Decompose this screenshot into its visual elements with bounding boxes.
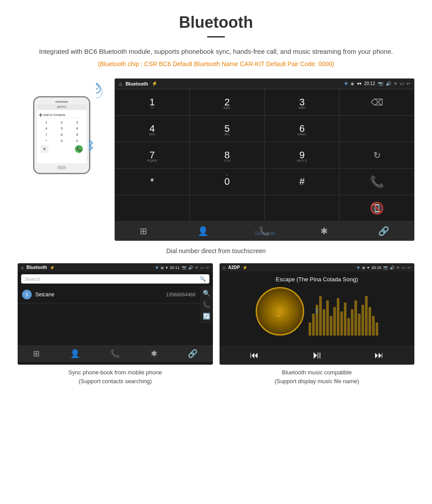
pb-back-icon[interactable]: ↩ [206,265,209,270]
next-button[interactable]: ⏭ [375,350,384,360]
ms-vol-icon[interactable]: 🔊 [390,265,395,270]
pb-vol-icon[interactable]: 🔊 [188,265,193,270]
wifi-signal-icon: ▾▾ [357,81,361,86]
nav-bt-icon[interactable]: ✱ [320,226,328,236]
pb-nav-bt[interactable]: ✱ [151,349,157,358]
screen-title: Bluetooth [126,81,148,86]
ms-bt-icon: ✱ [357,265,360,270]
pb-time: 20:11 [170,265,180,270]
dial-call-red[interactable]: 📵 [339,195,414,221]
pb-home-icon[interactable]: ⌂ [21,265,24,270]
ms-window-icon[interactable]: ▭ [402,265,406,270]
dial-key-7[interactable]: 7 PQRS [115,142,190,168]
pb-wifi-icon: ▾ [166,265,168,270]
ms-home-icon[interactable]: ⌂ [223,265,226,270]
nav-call-icon[interactable]: 📞 [259,226,270,236]
phone-area: MOTO ➕ Add to Contacts 1 2 3 4 5 6 7 8 9 [18,78,106,164]
pb-window-icon[interactable]: ▭ [200,265,204,270]
nav-link-icon[interactable]: 🔗 [378,226,389,236]
dial-key-8[interactable]: 8 TUV [190,142,264,168]
pb-nav-call[interactable]: 📞 [110,349,120,358]
music-controls: ⏮ ⏯ ⏭ [220,345,415,365]
search-placeholder: Search [25,276,40,282]
phonebook-screen: ⌂ Bluetooth ⚡ ✱ ◉ ▾ 20:11 📷 🔊 ✕ ▭ ↩ [18,263,213,365]
pb-nav-person[interactable]: 👤 [70,349,80,358]
prev-button[interactable]: ⏮ [250,350,259,360]
dial-key-2[interactable]: 2 ABC [190,89,264,116]
dial-key-9[interactable]: 9 WXYZ [264,142,339,168]
dial-key-6[interactable]: 6 MNO [264,116,339,142]
right-refresh-icon[interactable]: 🔄 [203,313,210,320]
top-section: MOTO ➕ Add to Contacts 1 2 3 4 5 6 7 8 9 [18,78,414,241]
play-pause-button[interactable]: ⏯ [312,349,322,361]
ms-usb-icon: ⚡ [242,265,247,270]
dial-empty-3 [190,195,264,221]
ms-time: 20:15 [371,265,381,270]
ms-wifi-icon: ▾ [367,265,369,270]
dial-key-5[interactable]: 5 JKL [190,116,264,142]
phonebook-bottom-nav: ⊞ 👤 📞 ✱ 🔗 [18,345,213,362]
album-art: ♪ ᛒ [256,287,304,336]
music-panel: ⌂ A2DP ⚡ ✱ ◉ ▾ 20:15 📷 🔊 ✕ ▭ ↩ [220,263,415,385]
ms-camera-icon: 📷 [383,265,388,270]
dial-key-0[interactable]: 0 + [190,168,264,195]
phonebook-caption: Sync phone-book from mobile phone(Suppor… [18,368,213,385]
contact-number: 13566664466 [166,292,195,297]
search-icon: 🔍 [200,276,206,282]
ms-title: A2DP [228,265,240,270]
dial-call-green[interactable]: 📞 [339,168,414,195]
right-call-icon[interactable]: 📞 [203,301,210,308]
dial-empty-2 [115,195,190,221]
pb-close-icon[interactable]: ✕ [195,265,198,270]
bottom-panels: ⌂ Bluetooth ⚡ ✱ ◉ ▾ 20:11 📷 🔊 ✕ ▭ ↩ [18,263,414,385]
dial-key-1[interactable]: 1 ∞ [115,89,190,116]
page-title: Bluetooth [18,13,414,32]
dial-screen: ⌂ Bluetooth ⚡ ✱ ◉ ▾▾ 20:12 📷 🔊 ✕ ▭ ↩ 1 ∞ [115,78,414,241]
location-icon: ◉ [350,81,354,86]
nav-grid-icon[interactable]: ⊞ [140,226,147,236]
dial-empty-4 [264,195,339,221]
music-note-icon: ♪ [276,302,284,321]
pb-nav-link[interactable]: 🔗 [188,349,197,358]
contact-list: S Seicane 13566664466 🔍 📞 🔄 [18,286,213,323]
dial-key-hash[interactable]: # [264,168,339,195]
time-display: 20:12 [364,81,375,86]
ms-back-icon[interactable]: ↩ [407,265,411,270]
camera-icon: 📷 [378,81,383,86]
music-main-area: Escape (The Pina Colada Song) ♪ ᛒ [220,272,415,340]
back-icon[interactable]: ↩ [406,81,410,86]
dial-key-3[interactable]: 3 DEF [264,89,339,116]
pb-bt-icon: ✱ [155,265,159,270]
music-screen: ⌂ A2DP ⚡ ✱ ◉ ▾ 20:15 📷 🔊 ✕ ▭ ↩ [220,263,415,365]
volume-icon[interactable]: 🔊 [386,81,391,86]
dial-refresh[interactable]: ↻ [339,142,414,168]
close-icon[interactable]: ✕ [394,81,397,86]
specs-text: (Bluetooth chip : CSR BC6 Default Blueto… [18,60,414,67]
usb-icon: ⚡ [152,81,158,86]
dial-key-4[interactable]: 4 GHI [115,116,190,142]
dial-key-star[interactable]: * [115,168,190,195]
phonebook-status-bar: ⌂ Bluetooth ⚡ ✱ ◉ ▾ 20:11 📷 🔊 ✕ ▭ ↩ [18,263,213,272]
phonebook-panel: ⌂ Bluetooth ⚡ ✱ ◉ ▾ 20:11 📷 🔊 ✕ ▭ ↩ [18,263,213,385]
music-caption: Bluetooth music compatible(Support displ… [220,368,415,385]
window-icon[interactable]: ▭ [400,81,404,86]
pb-camera-icon: 📷 [182,265,186,270]
list-item[interactable]: S Seicane 13566664466 [18,286,200,303]
search-bar[interactable]: Search 🔍 [21,274,209,284]
right-search-icon[interactable]: 🔍 [203,290,210,297]
bottom-navigation: ⊞ 👤 📞 ✱ 🔗 [115,221,414,241]
dial-backspace[interactable]: ⌫ [339,89,414,116]
pb-loc-icon: ◉ [160,265,164,270]
pb-title: Bluetooth [26,265,47,270]
contact-name: Seicane [35,291,166,298]
pb-usb-icon: ⚡ [50,265,55,270]
title-divider [207,36,225,37]
pb-nav-grid[interactable]: ⊞ [33,349,40,358]
nav-contacts-icon[interactable]: 👤 [197,226,209,236]
home-icon[interactable]: ⌂ [119,81,122,86]
description-text: Integrated with BC6 Bluetooth module, su… [18,46,414,57]
dial-caption: Dial number direct from touchscreen [18,247,414,254]
contact-initial: S [22,290,32,299]
music-status-bar: ⌂ A2DP ⚡ ✱ ◉ ▾ 20:15 📷 🔊 ✕ ▭ ↩ [220,263,415,272]
ms-close-icon[interactable]: ✕ [396,265,400,270]
